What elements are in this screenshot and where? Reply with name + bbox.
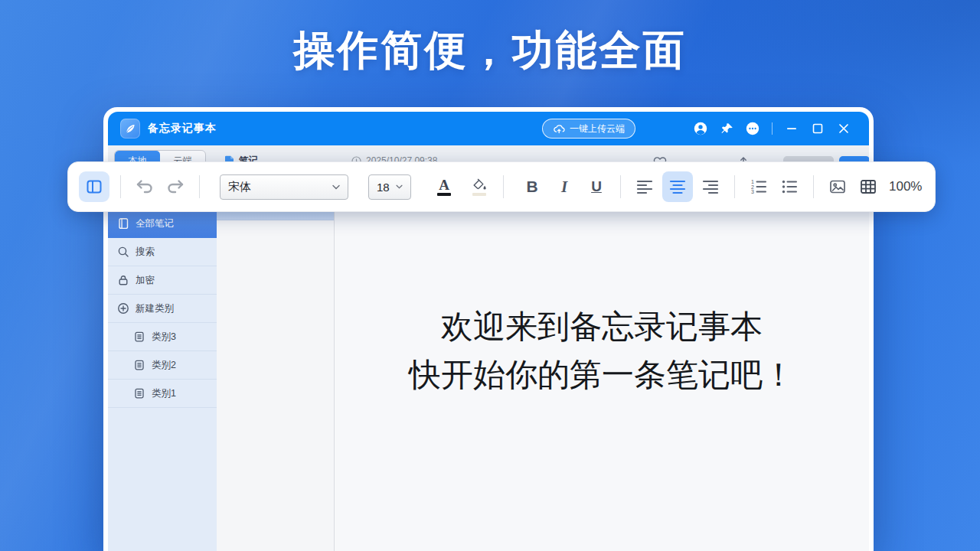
highlight-color-button[interactable] bbox=[466, 172, 492, 201]
hero-title: 操作简便，功能全面 bbox=[0, 23, 980, 79]
insert-table-button[interactable] bbox=[855, 174, 881, 200]
sidebar-item-encrypt[interactable]: 加密 bbox=[108, 266, 217, 295]
sidebar-item-label: 新建类别 bbox=[136, 302, 174, 315]
undo-button[interactable] bbox=[132, 174, 158, 200]
minimize-button[interactable] bbox=[779, 118, 805, 139]
toolbar-divider bbox=[734, 175, 735, 198]
sidebar-item-label: 搜索 bbox=[136, 246, 155, 259]
align-left-button[interactable] bbox=[632, 174, 658, 200]
note-list-panel bbox=[217, 176, 335, 551]
font-family-select[interactable]: 宋体 bbox=[220, 174, 348, 200]
pin-window-icon[interactable] bbox=[714, 118, 740, 139]
underline-button[interactable]: U bbox=[583, 174, 609, 200]
highlight-color-swatch bbox=[472, 193, 486, 196]
ordered-list-button[interactable]: 123 bbox=[746, 174, 772, 200]
editor-area[interactable]: 欢迎来到备忘录记事本 快开始你的第一条笔记吧！ bbox=[335, 176, 869, 551]
sidebar-item-label: 类别2 bbox=[152, 359, 176, 372]
toolbar-divider bbox=[503, 175, 504, 198]
insert-image-button[interactable] bbox=[825, 174, 851, 200]
toolbar-divider bbox=[120, 175, 121, 198]
account-avatar-icon[interactable] bbox=[688, 118, 714, 139]
redo-button[interactable] bbox=[162, 174, 188, 200]
unordered-list-button[interactable] bbox=[776, 174, 802, 200]
sidebar-item-search[interactable]: 搜索 bbox=[108, 238, 217, 266]
plus-circle-icon bbox=[117, 302, 129, 315]
text-color-swatch bbox=[437, 193, 451, 196]
sidebar-item-label: 类别3 bbox=[152, 331, 176, 344]
sidebar-item-category-2[interactable]: 类别2 bbox=[108, 351, 217, 380]
chevron-down-icon bbox=[396, 184, 403, 189]
italic-button[interactable]: I bbox=[551, 174, 577, 200]
sidebar: 全部笔记 搜索 加密 bbox=[108, 176, 217, 551]
maximize-button[interactable] bbox=[805, 118, 831, 139]
close-button[interactable] bbox=[831, 118, 857, 139]
titlebar: 备忘录记事本 一键上传云端 bbox=[108, 112, 869, 145]
app-title: 备忘录记事本 bbox=[148, 122, 217, 135]
text-color-button[interactable]: A bbox=[431, 172, 457, 201]
upload-to-cloud-button[interactable]: 一键上传云端 bbox=[542, 119, 635, 139]
sidebar-item-new-category[interactable]: 新建类别 bbox=[108, 295, 217, 323]
toolbar-divider bbox=[813, 175, 814, 198]
zoom-level[interactable]: 100% bbox=[889, 179, 922, 194]
category-list-icon bbox=[133, 359, 145, 371]
sidebar-item-category-1[interactable]: 类别1 bbox=[108, 380, 217, 408]
lock-icon bbox=[117, 274, 129, 286]
sidebar-item-label: 加密 bbox=[136, 274, 155, 287]
toolbar-divider bbox=[620, 175, 621, 198]
more-options-icon[interactable] bbox=[740, 118, 766, 139]
app-logo-feather-icon bbox=[120, 119, 140, 139]
sidebar-item-category-3[interactable]: 类别3 bbox=[108, 323, 217, 351]
category-list-icon bbox=[133, 331, 145, 343]
font-size-value: 18 bbox=[377, 181, 390, 194]
font-family-value: 宋体 bbox=[228, 180, 251, 194]
search-icon bbox=[117, 246, 129, 258]
sidebar-item-all-notes[interactable]: 全部笔记 bbox=[108, 210, 217, 238]
text-color-glyph: A bbox=[439, 178, 449, 192]
toggle-sidebar-button[interactable] bbox=[79, 171, 109, 202]
bold-button[interactable]: B bbox=[519, 174, 545, 200]
align-right-button[interactable] bbox=[697, 174, 724, 200]
sidebar-item-label: 类别1 bbox=[152, 387, 176, 400]
welcome-line-2: 快开始你的第一条笔记吧！ bbox=[335, 351, 869, 399]
sidebar-item-label: 全部笔记 bbox=[136, 217, 174, 230]
titlebar-divider bbox=[772, 122, 773, 135]
upload-button-label: 一键上传云端 bbox=[570, 122, 625, 135]
notebook-icon bbox=[117, 217, 129, 230]
paint-bucket-icon bbox=[472, 178, 488, 192]
format-toolbar: 宋体 18 A B I U 123 100 bbox=[67, 161, 936, 212]
toolbar-divider bbox=[199, 175, 200, 198]
chevron-down-icon bbox=[332, 184, 340, 190]
welcome-line-1: 欢迎来到备忘录记事本 bbox=[335, 303, 869, 351]
align-center-button[interactable] bbox=[662, 171, 693, 202]
svg-text:3: 3 bbox=[751, 189, 754, 194]
cloud-upload-icon bbox=[553, 123, 565, 135]
category-list-icon bbox=[133, 387, 145, 399]
font-size-select[interactable]: 18 bbox=[368, 174, 411, 200]
